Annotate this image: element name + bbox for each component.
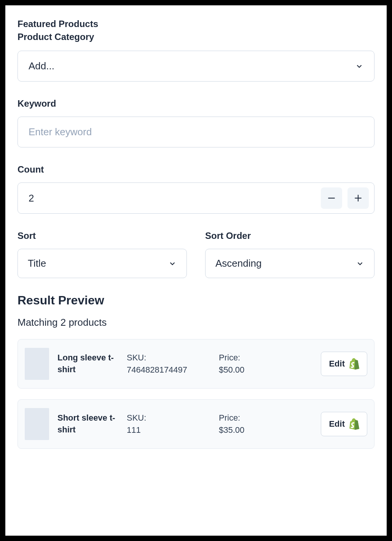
- chevron-down-icon: [355, 62, 363, 70]
- product-category-value: Add...: [29, 60, 54, 72]
- plus-icon: [353, 193, 363, 203]
- sort-order-label: Sort Order: [205, 230, 374, 241]
- product-price: Price: $50.00: [219, 353, 272, 375]
- keyword-input[interactable]: [29, 126, 363, 138]
- price-label: Price:: [219, 413, 272, 423]
- page-title: Featured Products Product Category: [18, 18, 374, 43]
- count-stepper: [321, 187, 369, 209]
- price-value: $50.00: [219, 365, 272, 375]
- count-increment-button[interactable]: [347, 187, 369, 209]
- minus-icon: [327, 193, 336, 203]
- count-input-wrapper: 2: [18, 182, 374, 214]
- result-preview-subheading: Matching 2 products: [18, 317, 374, 328]
- count-label: Count: [18, 164, 374, 175]
- product-sku: SKU: 7464828174497: [127, 353, 210, 375]
- sort-order-select[interactable]: Ascending: [205, 249, 374, 278]
- edit-button-label: Edit: [329, 419, 345, 429]
- product-thumbnail: [25, 348, 49, 380]
- chevron-down-icon: [168, 259, 177, 268]
- title-product-category: Product Category: [18, 30, 374, 43]
- chevron-down-icon: [356, 259, 364, 268]
- title-featured-products: Featured Products: [18, 18, 374, 30]
- keyword-input-wrapper: [18, 117, 374, 147]
- sku-value: 7464828174497: [127, 365, 210, 375]
- shopify-icon: [349, 418, 359, 430]
- price-label: Price:: [219, 353, 272, 363]
- product-category-select[interactable]: Add...: [18, 51, 374, 82]
- edit-button[interactable]: Edit: [321, 412, 367, 436]
- sort-value: Title: [28, 258, 46, 269]
- sku-value: 111: [127, 425, 210, 435]
- sku-label: SKU:: [127, 353, 210, 363]
- sku-label: SKU:: [127, 413, 210, 423]
- product-card: Short sleeve t-shirt SKU: 111 Price: $35…: [18, 399, 374, 449]
- count-decrement-button[interactable]: [321, 187, 342, 209]
- edit-button-label: Edit: [329, 359, 345, 369]
- product-card: Long sleeve t-shirt SKU: 7464828174497 P…: [18, 339, 374, 389]
- product-sku: SKU: 111: [127, 413, 210, 435]
- sort-select[interactable]: Title: [18, 249, 187, 278]
- product-price: Price: $35.00: [219, 413, 272, 435]
- product-title: Long sleeve t-shirt: [57, 352, 118, 376]
- product-title: Short sleeve t-shirt: [57, 412, 118, 436]
- shopify-icon: [349, 358, 359, 370]
- result-preview-heading: Result Preview: [18, 293, 374, 307]
- price-value: $35.00: [219, 425, 272, 435]
- sort-order-value: Ascending: [215, 258, 261, 269]
- count-value[interactable]: 2: [29, 192, 34, 204]
- keyword-label: Keyword: [18, 98, 374, 109]
- edit-button[interactable]: Edit: [321, 352, 367, 376]
- sort-label: Sort: [18, 230, 187, 241]
- product-thumbnail: [25, 408, 49, 440]
